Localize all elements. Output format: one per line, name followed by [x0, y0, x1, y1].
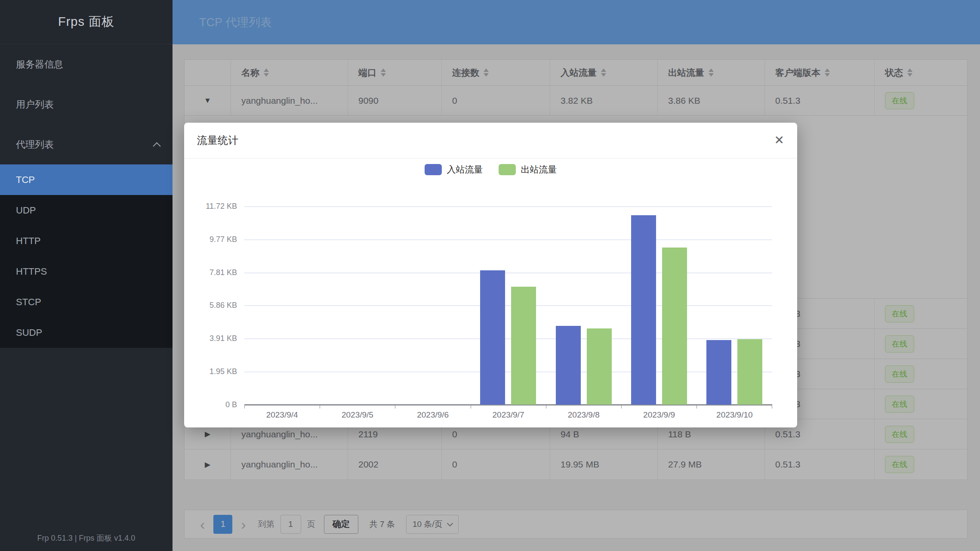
y-tick-label: 5.86 KB — [183, 301, 237, 310]
x-tick — [696, 405, 697, 409]
bar-group — [546, 206, 621, 405]
proxy-submenu: TCP UDP HTTP HTTPS STCP SUDP — [0, 164, 173, 348]
bar-group — [244, 206, 320, 405]
sidebar: Frps 面板 服务器信息 用户列表 代理列表 TCP UDP HTTP HTT… — [0, 0, 173, 551]
traffic-bar-chart: 11.72 KB 9.77 KB 7.81 KB 5.86 KB 3.91 KB… — [244, 206, 772, 405]
sidebar-item-label: 用户列表 — [16, 98, 54, 111]
x-tick-label: 2023/9/8 — [546, 410, 621, 420]
y-tick-label: 9.77 KB — [183, 235, 237, 244]
version-footer: Frp 0.51.3 | Frps 面板 v1.4.0 — [0, 533, 173, 543]
bar-traffic-out[interactable] — [511, 287, 536, 405]
app-title: Frps 面板 — [0, 0, 173, 44]
bar-group — [395, 206, 471, 405]
x-tick-label: 2023/9/7 — [471, 410, 546, 420]
dialog-header: 流量统计 ✕ — [184, 123, 797, 158]
sidebar-item-stcp[interactable]: STCP — [0, 287, 173, 317]
y-tick-label: 3.91 KB — [183, 334, 237, 343]
bar-group — [621, 206, 696, 405]
chart-legend: 入站流量 出站流量 — [184, 164, 797, 176]
x-tick-label: 2023/9/9 — [621, 410, 696, 420]
legend-marker-green — [499, 164, 516, 175]
x-tick — [546, 405, 546, 409]
sidebar-menu: 服务器信息 用户列表 代理列表 TCP UDP HTTP HTTPS STCP … — [0, 44, 173, 348]
y-tick-label: 0 B — [183, 400, 237, 409]
sidebar-item-udp[interactable]: UDP — [0, 195, 173, 226]
close-icon[interactable]: ✕ — [774, 134, 784, 146]
sidebar-item-label: 服务器信息 — [16, 58, 63, 71]
dialog-title: 流量统计 — [197, 133, 238, 147]
bar-traffic-in[interactable] — [631, 215, 656, 405]
x-tick — [621, 405, 622, 409]
bar-traffic-in[interactable] — [480, 270, 505, 405]
x-tick-label: 2023/9/4 — [244, 410, 320, 420]
bar-group — [320, 206, 395, 405]
bar-group — [697, 206, 772, 405]
x-tick — [395, 405, 395, 409]
bar-traffic-in[interactable] — [706, 340, 731, 405]
legend-marker-blue — [425, 164, 442, 175]
chevron-up-icon — [153, 142, 160, 150]
sidebar-item-http[interactable]: HTTP — [0, 226, 173, 256]
sidebar-item-label: 代理列表 — [16, 138, 54, 151]
bar-traffic-out[interactable] — [737, 339, 762, 405]
y-tick-label: 1.95 KB — [183, 367, 237, 376]
x-axis-labels: 2023/9/4 2023/9/5 2023/9/6 2023/9/7 2023… — [244, 410, 772, 420]
sidebar-item-sudp[interactable]: SUDP — [0, 317, 173, 348]
sidebar-item-proxy-list[interactable]: 代理列表 — [0, 124, 173, 164]
bar-series — [244, 206, 772, 405]
bar-group — [471, 206, 546, 405]
sidebar-item-https[interactable]: HTTPS — [0, 256, 173, 287]
x-tick-label: 2023/9/10 — [697, 410, 772, 420]
x-tick-label: 2023/9/5 — [320, 410, 395, 420]
x-tick — [244, 405, 245, 409]
x-tick — [772, 405, 772, 409]
x-tick — [471, 405, 471, 409]
legend-item-traffic-in[interactable]: 入站流量 — [425, 164, 483, 176]
sidebar-item-user-list[interactable]: 用户列表 — [0, 84, 173, 124]
traffic-stats-dialog: 流量统计 ✕ 入站流量 出站流量 11.72 KB 9.77 KB 7.81 K… — [184, 123, 797, 427]
sidebar-item-tcp[interactable]: TCP — [0, 164, 173, 195]
x-tick-label: 2023/9/6 — [395, 410, 471, 420]
y-tick-label: 7.81 KB — [183, 268, 237, 277]
sidebar-item-server-info[interactable]: 服务器信息 — [0, 44, 173, 84]
bar-traffic-in[interactable] — [556, 326, 581, 405]
bar-traffic-out[interactable] — [662, 248, 687, 405]
x-tick — [320, 405, 320, 409]
legend-item-traffic-out[interactable]: 出站流量 — [499, 164, 557, 176]
y-tick-label: 11.72 KB — [183, 202, 237, 211]
bar-traffic-out[interactable] — [587, 328, 612, 405]
